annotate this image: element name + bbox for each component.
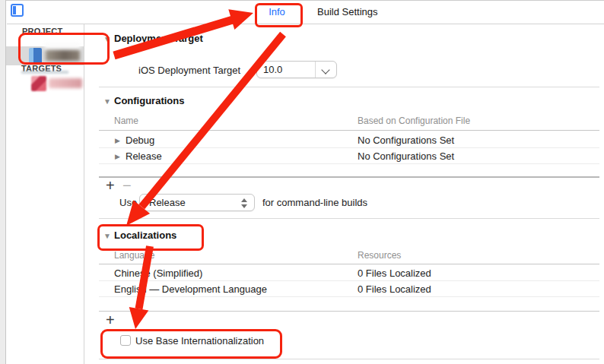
column-header-language: Language: [114, 250, 154, 261]
disclosure-closed-icon[interactable]: ▶: [115, 153, 120, 160]
column-header-name: Name: [114, 116, 138, 126]
section-divider: [99, 218, 599, 219]
popup-selected-value: Release: [149, 197, 186, 208]
command-line-config-popup[interactable]: Release: [139, 194, 255, 211]
table-header-divider: [99, 264, 599, 264]
ios-deployment-target-value: 10.0: [263, 64, 282, 75]
tab-build-settings[interactable]: Build Settings: [317, 4, 378, 21]
table-row[interactable]: Chinese (Simplified) 0 Files Localized: [99, 267, 599, 280]
add-configuration-button[interactable]: +: [106, 178, 115, 193]
xcode-project-editor: Info Build Settings PROJECT TARGETS ▼ De…: [0, 0, 604, 364]
config-value: No Configurations Set: [358, 135, 454, 146]
row-divider: [99, 147, 599, 148]
column-header-resources: Resources: [358, 250, 401, 261]
table-footer-divider: [99, 176, 599, 178]
popup-stepper-icon: [241, 198, 247, 208]
sidebar-item-target[interactable]: [31, 76, 84, 92]
row-divider: [99, 296, 599, 297]
disclosure-closed-icon[interactable]: ▶: [115, 137, 120, 144]
table-footer-divider: [99, 311, 599, 312]
language-resources: 0 Files Localized: [358, 283, 431, 295]
chevron-down-icon: [241, 204, 247, 208]
disclosure-triangle-icon[interactable]: ▼: [103, 97, 111, 106]
language-resources: 0 Files Localized: [358, 267, 431, 279]
chevron-down-icon[interactable]: [321, 65, 329, 74]
table-row[interactable]: English — Development Language 0 Files L…: [99, 283, 599, 296]
command-line-builds-label: for command-line builds: [262, 197, 367, 208]
section-divider: [99, 87, 599, 87]
language-name: Chinese (Simplified): [114, 267, 202, 279]
config-name: Release: [126, 150, 162, 162]
column-header-based-on: Based on Configuration File: [358, 116, 470, 126]
window-left-gutter: [0, 0, 6, 364]
language-name: English — Development Language: [114, 283, 267, 295]
add-language-button[interactable]: +: [106, 312, 115, 328]
navigator-toggle-icon[interactable]: [11, 4, 24, 17]
editor-tab-bar: [7, 1, 604, 24]
annotation-box-localizations: [97, 224, 204, 251]
section-title-configurations: Configurations: [114, 95, 184, 106]
config-value: No Configurations Set: [358, 150, 454, 162]
bottom-divider: [99, 359, 599, 359]
row-divider: [99, 280, 599, 281]
table-row[interactable]: ▶ Release No Configurations Set: [99, 150, 599, 163]
navigator-toggle-bar: [13, 6, 16, 14]
config-name: Debug: [126, 135, 154, 146]
ios-deployment-target-label: iOS Deployment Target: [138, 65, 240, 76]
annotation-box-checkbox: [100, 329, 282, 359]
row-divider: [99, 163, 599, 164]
ios-deployment-target-combobox[interactable]: 10.0: [256, 61, 337, 78]
annotation-box-project-item: [18, 33, 110, 65]
combobox-separator: [315, 62, 316, 78]
section-title-deployment-target: Deployment Target: [114, 33, 203, 44]
annotation-box-info-tab: [255, 3, 303, 27]
remove-configuration-button[interactable]: −: [122, 178, 132, 193]
table-row[interactable]: ▶ Debug No Configurations Set: [99, 135, 599, 147]
targets-smudge: [21, 71, 68, 74]
sidebar-divider: [84, 24, 84, 364]
use-prefix-label: Use: [119, 197, 137, 208]
chevron-up-icon: [241, 198, 247, 202]
table-header-divider: [99, 130, 599, 131]
